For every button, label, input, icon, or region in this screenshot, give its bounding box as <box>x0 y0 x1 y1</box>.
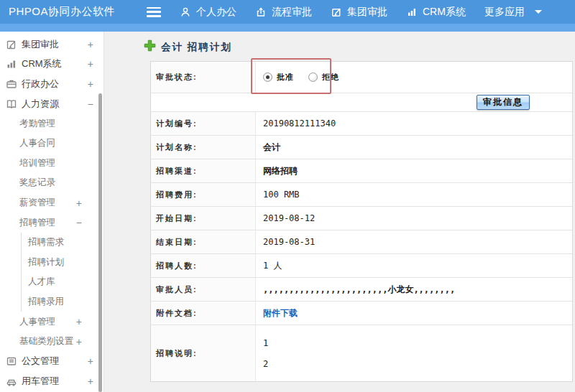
sidebar-item-recruitment-mgmt[interactable]: 招聘管理 − <box>0 213 104 233</box>
sidebar-item-basic-category-settings[interactable]: 基础类别设置 + <box>0 332 104 352</box>
nav-label: 流程审批 <box>272 6 312 19</box>
expand-toggle[interactable]: + <box>76 197 82 209</box>
table-row-approval-status: 审批状态: 批准 拒绝 <box>151 62 572 93</box>
user-icon <box>180 6 191 18</box>
sidebar-item-label: 招聘管理 <box>19 217 55 229</box>
row-value: 2019-08-12 <box>256 207 572 230</box>
sidebar-item-group-approval[interactable]: 集团审批 + <box>0 34 104 55</box>
sidebar-item-label: 用车管理 <box>22 375 59 388</box>
row-label: 审批人员: <box>151 278 256 301</box>
nav-item-personal-office[interactable]: 个人办公 <box>180 6 236 19</box>
sidebar-item-recruitment-plan[interactable]: 招聘计划 <box>22 253 104 273</box>
row-value: 100 RMB <box>256 183 572 206</box>
sidebar-item-label: 人才库 <box>28 276 55 288</box>
chart-icon <box>406 6 418 18</box>
sidebar-item-label: 招聘录用 <box>28 296 64 308</box>
sidebar-item-salary-mgmt[interactable]: 薪资管理 + <box>0 193 104 213</box>
collapse-toggle[interactable]: − <box>76 217 82 228</box>
sidebar-item-label: 奖惩记录 <box>19 177 55 189</box>
share-icon <box>255 6 267 18</box>
sidebar-item-label: 招聘计划 <box>28 256 64 269</box>
expand-toggle[interactable]: + <box>88 39 93 50</box>
table-row-recruitment-cost: 招聘费用: 100 RMB <box>151 183 572 207</box>
recruitment-plan-detail-table: 审批状态: 批准 拒绝 审批信息 计划编号: 20190812111340 计 <box>150 61 573 382</box>
sidebar-item-label: 薪资管理 <box>19 197 55 209</box>
recruitment-submenu: 招聘需求 招聘计划 人才库 招聘录用 <box>21 233 104 312</box>
nav-label: 个人办公 <box>196 6 236 19</box>
sidebar-item-talent-pool[interactable]: 人才库 <box>22 272 104 292</box>
note-line-2: 2 <box>263 359 268 369</box>
nav-item-process-approval[interactable]: 流程审批 <box>255 6 312 19</box>
book-icon <box>6 98 17 110</box>
sidebar-item-admin-office[interactable]: 行政办公 + <box>0 74 104 94</box>
expand-toggle[interactable]: + <box>88 375 93 387</box>
edit-icon <box>331 6 342 18</box>
sidebar-item-human-resources[interactable]: 人力资源 − <box>0 94 104 114</box>
top-bar-accent-strip <box>0 24 575 32</box>
sidebar-item-vehicle-mgmt[interactable]: 用车管理 + <box>0 371 104 391</box>
approval-info-button[interactable]: 审批信息 <box>477 95 530 110</box>
row-value: 1 2 <box>256 325 572 381</box>
table-row-recruitment-channel: 招聘渠道: 网络招聘 <box>151 159 572 183</box>
table-row-recruitment-notes: 招聘说明: 1 2 <box>151 325 572 381</box>
table-row-plan-number: 计划编号: 20190812111340 <box>151 112 572 136</box>
sidebar: 集团审批 + CRM系统 + 行政办公 + <box>0 32 104 392</box>
hamburger-menu-icon[interactable] <box>147 7 161 17</box>
sidebar-item-hr-contracts[interactable]: 人事合同 <box>0 134 104 154</box>
row-value: 2019-08-31 <box>256 230 572 253</box>
nav-item-crm-system[interactable]: CRM系统 <box>406 6 466 19</box>
row-value: 1 人 <box>256 254 572 277</box>
sidebar-item-attendance-mgmt[interactable]: 考勤管理 <box>0 113 104 134</box>
sidebar-item-recruitment-needs[interactable]: 招聘需求 <box>22 233 104 253</box>
sidebar-item-document-mgmt[interactable]: 公文管理 + <box>0 352 104 372</box>
expand-toggle[interactable]: + <box>88 58 93 70</box>
main-content: 会计 招聘计划 审批状态: 批准 拒绝 审批信息 计划编号: <box>105 32 575 392</box>
row-value: 20190812111340 <box>256 112 572 135</box>
sidebar-item-label: 基础类别设置 <box>19 335 73 347</box>
document-icon <box>6 355 17 367</box>
expand-toggle[interactable]: + <box>88 78 93 90</box>
collapse-toggle[interactable]: − <box>88 98 93 110</box>
sidebar-item-rewards-records[interactable]: 奖惩记录 <box>0 173 104 193</box>
sidebar-item-label: 人事合同 <box>19 137 55 149</box>
row-value: ,,,,,,,,,,,,,,,,,,,,,,,,小龙女,,,,,,,, <box>256 278 572 301</box>
row-label: 结束日期: <box>151 230 256 253</box>
sidebar-item-crm-system[interactable]: CRM系统 + <box>0 55 104 75</box>
table-row-attachment: 附件文档: 附件下载 <box>151 302 572 325</box>
edit-square-icon <box>6 39 17 50</box>
table-row-headcount: 招聘人数: 1 人 <box>151 254 572 278</box>
nav-label: 更多应用 <box>484 6 525 19</box>
nav-item-more-apps[interactable]: 更多应用 <box>484 6 525 19</box>
table-row-start-date: 开始日期: 2019-08-12 <box>151 207 572 230</box>
table-row-plan-name: 计划名称: 会计 <box>151 136 572 159</box>
sidebar-item-label: 公文管理 <box>22 355 59 368</box>
nav-label: CRM系统 <box>423 6 466 19</box>
caret-down-icon[interactable] <box>535 10 542 14</box>
attachment-download-link[interactable]: 附件下载 <box>263 307 298 319</box>
sidebar-item-label: CRM系统 <box>22 57 62 70</box>
row-label: 审批状态: <box>151 62 256 93</box>
expand-toggle[interactable]: + <box>76 336 82 347</box>
page-title-row: 会计 招聘计划 <box>144 39 232 55</box>
sidebar-item-training-mgmt[interactable]: 培训管理 <box>0 154 104 174</box>
sidebar-item-label: 行政办公 <box>22 78 59 90</box>
app-window: PHPOA协同办公软件 个人办公 流程审批 <box>0 0 575 392</box>
sidebar-item-label: 人力资源 <box>22 98 59 111</box>
row-label: 招聘费用: <box>151 183 256 206</box>
sidebar-scrollbar[interactable] <box>98 93 102 392</box>
expand-toggle[interactable]: + <box>76 316 82 327</box>
note-line-1: 1 <box>263 338 268 348</box>
row-label: 招聘说明: <box>151 325 256 381</box>
row-value: 会计 <box>256 136 572 159</box>
page-title: 会计 招聘计划 <box>161 41 232 54</box>
sidebar-item-label: 集团审批 <box>22 38 59 51</box>
nav-item-group-approval[interactable]: 集团审批 <box>331 6 387 19</box>
table-row-approvers: 审批人员: ,,,,,,,,,,,,,,,,,,,,,,,,小龙女,,,,,,,… <box>151 278 572 302</box>
sidebar-item-label: 人事管理 <box>19 316 55 328</box>
row-label: 附件文档: <box>151 302 256 325</box>
expand-toggle[interactable]: + <box>88 355 93 367</box>
sidebar-item-recruitment-hiring[interactable]: 招聘录用 <box>22 292 104 312</box>
sidebar-item-personnel-mgmt[interactable]: 人事管理 + <box>0 312 104 332</box>
table-row-end-date: 结束日期: 2019-08-31 <box>151 230 572 254</box>
row-value: 网络招聘 <box>256 159 572 182</box>
